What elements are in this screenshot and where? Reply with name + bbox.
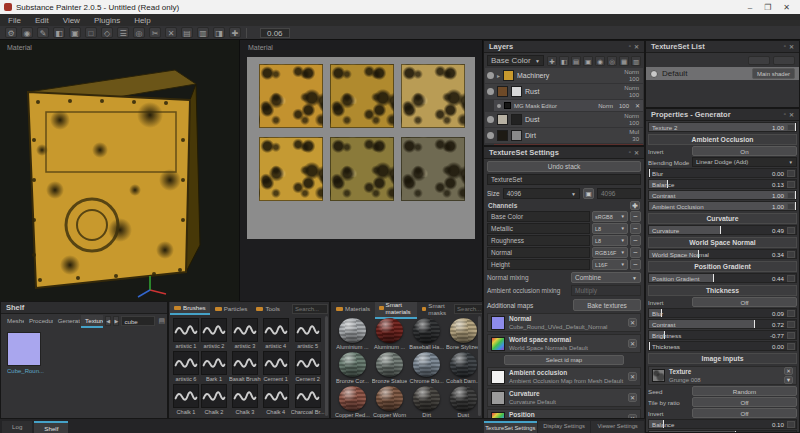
slider-edit-icon[interactable] — [787, 181, 795, 188]
shelf-resource-item[interactable]: Cube_Roun... — [7, 332, 161, 374]
shelf-category-tab[interactable]: Textures — [81, 315, 103, 328]
tsl-action-button[interactable] — [773, 56, 795, 65]
menu-item[interactable]: View — [63, 16, 80, 25]
bake-textures-button[interactable]: Bake textures — [573, 299, 641, 311]
invert-toggle[interactable]: Off — [692, 297, 797, 307]
slider-edit-icon[interactable] — [787, 251, 795, 258]
slider-edit-icon[interactable] — [787, 332, 795, 339]
menu-item[interactable]: Plugins — [94, 16, 120, 25]
uv-canvas[interactable] — [247, 57, 475, 239]
brush-item[interactable]: Chalk 4 — [263, 384, 289, 415]
invert-toggle[interactable]: On — [692, 146, 797, 156]
clear-texture-button[interactable]: ✕ — [784, 367, 793, 375]
slider-edit-icon[interactable] — [787, 227, 795, 234]
layers-toolbar-icon[interactable]: ▣ — [583, 56, 593, 66]
slider-edit-icon[interactable] — [787, 203, 795, 210]
remove-channel-button[interactable]: − — [630, 259, 641, 270]
slider-edit-icon[interactable] — [787, 310, 795, 317]
view-2d[interactable]: Material — [240, 40, 483, 301]
undo-stack-button[interactable]: Undo stack — [487, 161, 641, 172]
toolbar-icon[interactable]: ▥ — [197, 27, 209, 38]
brush-category-tab[interactable]: Brushes — [170, 302, 210, 315]
layers-toolbar-icon[interactable]: ▤ — [571, 56, 581, 66]
material-category-tab[interactable]: Smart materials — [375, 301, 417, 319]
slider-row[interactable]: World Space Normal 0.34 — [648, 249, 797, 259]
brush-item[interactable]: Charcoal Br... — [291, 384, 325, 415]
layers-toolbar-icon[interactable]: ◉ — [595, 56, 605, 66]
size-secondary-field[interactable]: 4096 — [597, 188, 641, 199]
clear-map-button[interactable]: ✕ — [628, 372, 637, 381]
slider-row[interactable]: Brightness -0.77 — [648, 330, 797, 340]
lock-ratio-icon[interactable]: ▣ — [583, 188, 594, 199]
brush-item[interactable]: Chalk 2 — [201, 384, 227, 415]
smart-material-item[interactable]: Copper Worn — [372, 386, 407, 418]
smart-material-item[interactable]: Bronze Statue — [372, 352, 407, 384]
close-panel-icon[interactable]: ✕ — [789, 43, 794, 50]
brush-item[interactable]: Basalt Brush — [229, 351, 261, 382]
brush-category-tab[interactable]: Tools — [252, 302, 283, 315]
folder-toggle-icon[interactable]: ▸ — [497, 72, 500, 79]
mask-effect-row[interactable]: MG Mask Editor Norm100✕ — [494, 100, 643, 111]
texture-input-row[interactable]: TextureGrunge 008 ✕▼ — [648, 366, 797, 385]
brush-item[interactable]: artistic 5 — [291, 318, 325, 349]
remove-channel-button[interactable]: − — [630, 247, 641, 258]
slider-row[interactable]: Contrast 1.00 — [648, 190, 797, 200]
shelf-search-input[interactable] — [121, 316, 155, 326]
tab-display-settings[interactable]: Display Settings — [538, 421, 591, 433]
float-panel-icon[interactable]: ▫ — [629, 149, 631, 156]
material-category-tab[interactable]: Materials — [332, 301, 374, 319]
slider-row[interactable]: Texture 2 1.00 — [648, 122, 797, 132]
remove-channel-button[interactable]: − — [630, 223, 641, 234]
toolbar-icon[interactable]: ✚ — [229, 27, 241, 38]
slider-row[interactable]: Blur 0.09 — [648, 308, 797, 318]
smart-material-item[interactable]: Baseball Ha... — [409, 318, 444, 350]
toolbar-icon[interactable]: ✎ — [37, 27, 49, 38]
textureset-default-row[interactable]: Default Main shader — [646, 67, 799, 80]
layers-toolbar-icon[interactable]: ▦ — [619, 56, 629, 66]
channel-format-dropdown[interactable]: L8▼ — [592, 223, 628, 234]
menu-item[interactable]: Help — [134, 16, 150, 25]
tab-textureset-settings[interactable]: TextureSet Settings — [484, 421, 537, 433]
smart-material-item[interactable]: Copper — [482, 352, 483, 384]
remove-channel-button[interactable]: − — [630, 235, 641, 246]
toolbar-icon[interactable]: ⚙ — [5, 27, 17, 38]
shelf-category-tab[interactable]: Procedurals — [25, 315, 53, 328]
slider-row[interactable]: Ambient Occlusion 1.00 — [648, 201, 797, 211]
slider-row[interactable]: Contrast 0.72 — [648, 319, 797, 329]
smart-material-item[interactable]: Fabric Burlap — [482, 386, 483, 418]
chevron-down-icon[interactable]: ▼ — [784, 376, 793, 384]
uv-island-tile[interactable] — [330, 137, 394, 201]
smart-material-item[interactable]: Bronze Cor... — [335, 352, 370, 384]
viewport-3d[interactable]: Material — [0, 40, 240, 301]
slider-edit-icon[interactable] — [787, 124, 795, 131]
toolbar-icon[interactable]: □ — [85, 27, 97, 38]
brush-item[interactable]: Cement 1 — [263, 351, 289, 382]
slider-edit-icon[interactable] — [787, 343, 795, 350]
uv-island-tile[interactable] — [259, 64, 323, 128]
main-shader-button[interactable]: Main shader — [752, 68, 795, 79]
brush-category-tab[interactable]: Particles — [211, 302, 252, 315]
param-value-button[interactable]: Random — [692, 386, 797, 396]
slider-row[interactable]: Thickness 0.00 — [648, 341, 797, 351]
shelf-options-icon[interactable]: ▤ — [158, 317, 165, 325]
layers-toolbar-icon[interactable]: ▥ — [631, 56, 641, 66]
brush-item[interactable]: Bark 1 — [201, 351, 227, 382]
slider-row[interactable]: Curvature 0.49 — [648, 225, 797, 235]
float-panel-icon[interactable]: ▫ — [784, 43, 786, 50]
brush-item[interactable]: Chalk 3 — [229, 384, 261, 415]
shelf-category-tab[interactable]: Meshes — [3, 315, 24, 328]
smart-material-item[interactable]: Aluminium ... — [335, 318, 370, 350]
scrollbar[interactable] — [325, 316, 328, 416]
layer-row-dirt[interactable]: Dirt Mul30 — [485, 128, 643, 143]
clear-map-button[interactable]: ✕ — [628, 318, 637, 327]
channel-format-dropdown[interactable]: RGB16F▼ — [592, 247, 628, 258]
smart-material-item[interactable]: Aluminum ... — [372, 318, 407, 350]
minimize-button[interactable]: – — [748, 3, 752, 12]
visibility-eye-icon[interactable] — [487, 132, 494, 139]
uv-island-tile[interactable] — [259, 137, 323, 201]
uv-island-tile[interactable] — [330, 64, 394, 128]
close-button[interactable]: ✕ — [783, 3, 790, 12]
channel-filter-dropdown[interactable]: Base Color▼ — [487, 55, 544, 66]
menu-item[interactable]: File — [8, 16, 21, 25]
toolbar-icon[interactable]: ◇ — [101, 27, 113, 38]
